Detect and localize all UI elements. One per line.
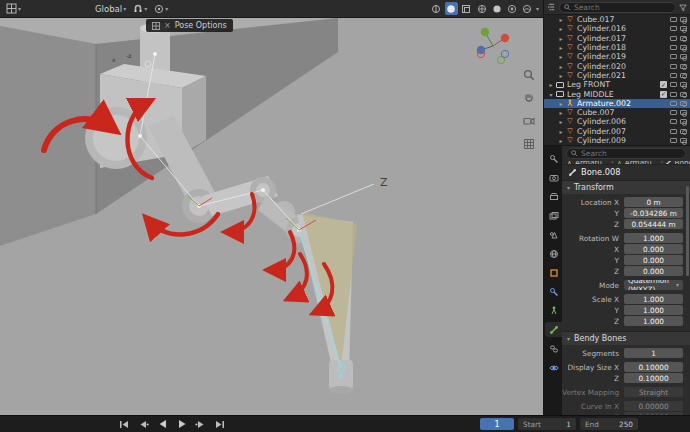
location-y-field[interactable]: -0.034286 m [624,208,683,218]
pose-options-popover[interactable]: × Pose Options [146,19,233,32]
outliner-row[interactable]: ▸ ▽ Cylinder.018 [544,43,690,52]
prev-keyframe-button[interactable] [137,418,150,431]
outliner-search-input[interactable] [574,3,671,12]
viewport-canvas[interactable]: × Pose Options Z x -z [0,18,543,415]
outliner-row[interactable]: ▸ ▽ Cylinder.016 [544,24,690,33]
tab-bone-active[interactable] [545,322,562,337]
tab-scene[interactable] [545,227,562,242]
hide-viewport-icon[interactable] [670,119,677,124]
toggle-xray-button[interactable] [460,2,473,15]
expand-arrow-icon[interactable]: ▸ [557,63,565,70]
rotation-mode-dropdown[interactable]: Quaternion (WXYZ) ▾ [624,280,683,290]
expand-arrow-icon[interactable]: ▸ [557,16,565,23]
object-name[interactable]: Cylinder.007 [577,127,670,136]
expand-arrow-icon[interactable]: ▸ [557,128,565,135]
hide-viewport-icon[interactable] [670,26,677,31]
scale-x-field[interactable]: 1.000 [624,294,683,304]
properties-search[interactable] [566,148,686,159]
jump-to-start-button[interactable] [118,418,131,431]
object-name[interactable]: Cube.017 [577,15,670,24]
hide-viewport-icon[interactable] [670,73,677,78]
transform-orientation-dropdown[interactable]: Global ▾ [93,2,128,16]
tab-output[interactable] [545,189,562,204]
object-name[interactable]: Cylinder.006 [577,117,670,126]
expand-arrow-icon[interactable]: ▸ [557,53,565,60]
hide-render-icon[interactable] [680,17,687,22]
hide-render-icon[interactable] [680,138,687,143]
zoom-icon[interactable] [522,68,536,82]
next-keyframe-button[interactable] [194,418,207,431]
expand-arrow-icon[interactable]: ▸ [557,137,565,144]
show-gizmo-button[interactable] [430,2,443,15]
tab-world[interactable] [545,246,562,261]
frame-end-field[interactable]: End 250 [580,418,638,430]
jump-to-end-button[interactable] [213,418,226,431]
rotation-x-field[interactable]: 0.000 [624,244,683,254]
expand-arrow-icon[interactable]: ▾ [547,91,555,98]
gizmo-y-axis[interactable] [481,28,489,36]
proportional-editing-button[interactable]: ▾ [152,2,170,16]
collection-checkbox[interactable]: ✓ [660,91,667,98]
scale-z-field[interactable]: 1.000 [624,316,683,326]
scale-y-field[interactable]: 1.000 [624,305,683,315]
hide-render-icon[interactable] [680,36,687,41]
hide-render-icon[interactable] [680,54,687,59]
tab-object[interactable] [545,265,562,280]
collection-name[interactable]: Leg MIDDLE [567,90,660,99]
object-name[interactable]: Cylinder.018 [577,43,670,52]
tab-data-armature[interactable] [545,303,562,318]
hide-viewport-icon[interactable] [670,64,677,69]
hide-viewport-icon[interactable] [670,129,677,134]
tab-tool[interactable] [545,151,562,166]
tab-modifiers[interactable] [545,284,562,299]
hide-render-icon[interactable] [680,119,687,124]
collection-name[interactable]: Leg FRONT [567,80,660,89]
hide-render-icon[interactable] [680,110,687,115]
outliner-row[interactable]: ▸ ▽ Cylinder.021 [544,71,690,80]
object-name[interactable]: Armature.002 [577,99,670,108]
outliner-row[interactable]: ▸ ▽ Cylinder.020 [544,61,690,70]
frame-start-field[interactable]: Start 1 [518,418,576,430]
shading-material-button[interactable] [506,2,519,15]
tab-render[interactable] [545,170,562,185]
hide-render-icon[interactable] [680,82,687,87]
current-frame-field[interactable]: 1 [480,418,514,430]
gizmo-x-axis[interactable] [501,34,509,42]
editor-type-button[interactable]: ▾ [4,2,23,16]
object-name[interactable]: Cylinder.017 [577,34,670,43]
object-name[interactable]: Cylinder.016 [577,24,670,33]
rotation-y-field[interactable]: 0.000 [624,255,683,265]
outliner-search[interactable] [559,2,676,13]
move-view-hand-icon[interactable] [522,91,536,105]
camera-view-icon[interactable] [522,114,536,128]
rotation-z-field[interactable]: 0.000 [624,266,683,276]
outliner-row[interactable]: ▸ ▽ Cylinder.007 [544,127,690,136]
expand-arrow-icon[interactable]: ▸ [557,100,565,107]
toggle-ortho-grid-icon[interactable] [522,137,536,151]
outliner-editor-icon[interactable] [547,2,556,12]
segments-field[interactable]: 1 [624,348,683,358]
hide-render-icon[interactable] [680,129,687,134]
navigation-gizmo[interactable] [471,24,515,68]
hide-render-icon[interactable] [680,26,687,31]
object-name[interactable]: Cylinder.020 [577,62,670,71]
outliner-collection-row[interactable]: ▾ Leg MIDDLE ✓ [544,89,690,98]
bone-name[interactable]: Bone.008 [581,167,621,177]
curve-in-x-field[interactable]: 0.00000 [624,401,683,411]
hide-viewport-icon[interactable] [670,82,677,87]
collection-checkbox[interactable]: ✓ [660,81,667,88]
close-icon[interactable]: × [164,21,171,30]
outliner-row[interactable]: ▸ ▽ Cube.017 [544,15,690,24]
hide-viewport-icon[interactable] [670,54,677,59]
hide-viewport-icon[interactable] [670,17,677,22]
tab-view-layer[interactable] [545,208,562,223]
expand-arrow-icon[interactable]: ▸ [557,109,565,116]
transform-section-header[interactable]: ▾ Transform [562,181,690,194]
properties-scrollbar[interactable] [686,186,689,276]
hide-render-icon[interactable] [680,45,687,50]
display-size-z-field[interactable]: 0.10000 [624,373,683,383]
hide-viewport-icon[interactable] [670,138,677,143]
outliner-row[interactable]: ▸ ▽ Cube.007 [544,108,690,117]
outliner-row[interactable]: ▸ ▽ Cylinder.006 [544,117,690,126]
expand-arrow-icon[interactable]: ▸ [557,44,565,51]
